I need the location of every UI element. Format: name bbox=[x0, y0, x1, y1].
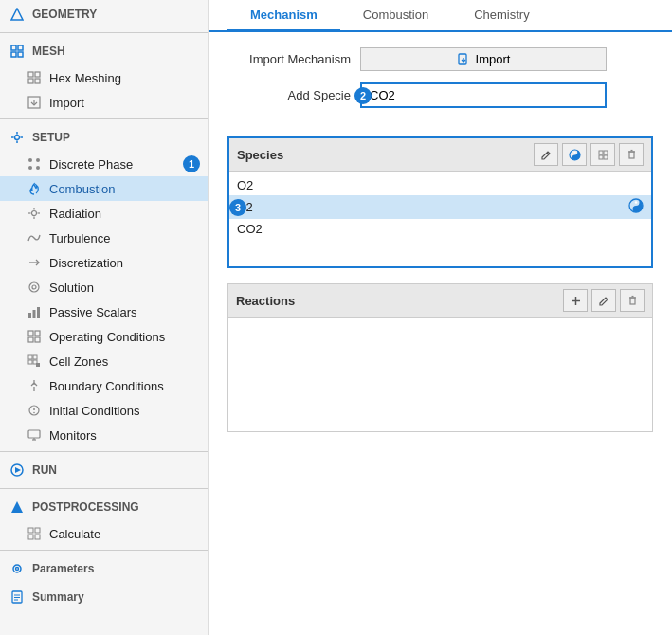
svg-rect-56 bbox=[35, 535, 40, 539]
divider-5 bbox=[0, 550, 208, 551]
sidebar-section-postprocessing[interactable]: POSTPROCESSING bbox=[0, 493, 208, 521]
sidebar-section-summary[interactable]: Summary bbox=[0, 583, 208, 611]
radiation-icon bbox=[27, 206, 42, 221]
reactions-edit-button[interactable] bbox=[591, 289, 616, 312]
sidebar-item-boundary-conditions[interactable]: Boundary Conditions bbox=[0, 373, 208, 398]
add-specie-input[interactable] bbox=[360, 82, 607, 108]
hex-meshing-icon bbox=[27, 70, 42, 85]
sidebar-item-turbulence[interactable]: Turbulence bbox=[0, 226, 208, 250]
svg-marker-52 bbox=[11, 501, 23, 513]
sidebar-item-discretization[interactable]: Discretization bbox=[0, 250, 208, 275]
svg-rect-35 bbox=[28, 355, 32, 359]
sidebar-item-solution[interactable]: Solution bbox=[0, 275, 208, 299]
sidebar-item-boundary-conditions-label: Boundary Conditions bbox=[49, 379, 164, 393]
species-yinyang-button[interactable] bbox=[562, 143, 587, 166]
svg-rect-37 bbox=[28, 360, 32, 364]
sidebar-item-import[interactable]: Import bbox=[0, 90, 208, 115]
tab-chemistry[interactable]: Chemistry bbox=[451, 0, 553, 32]
sidebar-section-parameters[interactable]: Parameters bbox=[0, 554, 208, 583]
import-icon bbox=[27, 95, 42, 110]
svg-rect-30 bbox=[37, 307, 40, 318]
svg-point-77 bbox=[635, 201, 637, 203]
passive-scalars-icon bbox=[27, 304, 42, 319]
svg-point-11 bbox=[15, 136, 20, 140]
sidebar-section-parameters-label: Parameters bbox=[32, 562, 94, 575]
sidebar-item-discretization-label: Discretization bbox=[49, 256, 123, 270]
svg-point-68 bbox=[573, 156, 575, 158]
sidebar-section-setup[interactable]: SETUP bbox=[0, 123, 208, 152]
divider-1 bbox=[0, 32, 208, 33]
solution-icon bbox=[27, 280, 42, 295]
tab-combustion[interactable]: Combustion bbox=[340, 0, 451, 32]
svg-rect-33 bbox=[28, 337, 33, 342]
import-mechanism-button[interactable]: Import bbox=[360, 47, 607, 71]
sidebar-item-initial-conditions-label: Initial Conditions bbox=[49, 404, 139, 418]
species-item-co2[interactable]: CO2 bbox=[229, 219, 651, 239]
sidebar-section-mesh-label: MESH bbox=[32, 45, 65, 58]
species-puzzle-button[interactable] bbox=[590, 143, 615, 166]
divider-4 bbox=[0, 488, 208, 489]
sidebar-item-passive-scalars[interactable]: Passive Scalars bbox=[0, 299, 208, 324]
species-item-n2[interactable]: N2 bbox=[229, 195, 651, 219]
sidebar-item-hex-meshing[interactable]: Hex Meshing bbox=[0, 65, 208, 90]
svg-rect-39 bbox=[36, 363, 40, 367]
calculate-icon bbox=[27, 526, 42, 541]
svg-point-16 bbox=[28, 158, 32, 162]
sidebar-section-setup-label: SETUP bbox=[32, 131, 70, 144]
species-panel-title: Species bbox=[237, 148, 283, 162]
divider-3 bbox=[0, 451, 208, 452]
svg-rect-28 bbox=[28, 313, 31, 318]
svg-rect-53 bbox=[28, 528, 33, 533]
add-specie-label: Add Specie bbox=[227, 88, 351, 102]
tab-mechanism[interactable]: Mechanism bbox=[227, 0, 340, 32]
sidebar-item-discrete-phase[interactable]: Discrete Phase 1 bbox=[0, 152, 208, 176]
sidebar-section-mesh[interactable]: MESH bbox=[0, 37, 208, 65]
svg-rect-29 bbox=[33, 310, 36, 318]
run-icon bbox=[9, 463, 25, 478]
sidebar-item-solution-label: Solution bbox=[49, 281, 94, 295]
species-delete-button[interactable] bbox=[619, 143, 644, 166]
svg-rect-31 bbox=[28, 331, 33, 336]
turbulence-icon bbox=[27, 230, 42, 245]
svg-rect-8 bbox=[35, 79, 40, 83]
reactions-delete-button[interactable] bbox=[620, 289, 645, 312]
species-panel: Species O bbox=[227, 136, 653, 268]
svg-rect-54 bbox=[35, 528, 40, 533]
svg-point-18 bbox=[28, 166, 32, 170]
sidebar-item-monitors-label: Monitors bbox=[49, 428, 97, 443]
svg-point-46 bbox=[33, 412, 35, 414]
svg-marker-0 bbox=[11, 9, 23, 20]
reactions-panel-actions bbox=[563, 289, 645, 312]
svg-point-58 bbox=[16, 568, 19, 571]
sidebar-item-radiation[interactable]: Radiation bbox=[0, 201, 208, 226]
svg-rect-72 bbox=[604, 155, 608, 159]
svg-point-19 bbox=[36, 166, 40, 170]
initial-conditions-icon bbox=[27, 403, 42, 418]
species-item-o2[interactable]: O2 bbox=[229, 175, 651, 195]
sidebar-item-calculate[interactable]: Calculate bbox=[0, 521, 208, 546]
species-panel-actions bbox=[534, 143, 644, 166]
sidebar-item-monitors[interactable]: Monitors bbox=[0, 423, 208, 447]
sidebar-section-run-label: RUN bbox=[32, 463, 57, 477]
parameters-icon bbox=[9, 561, 25, 576]
import-mechanism-row: Import Mechanism Import bbox=[227, 47, 653, 71]
puzzle-icon bbox=[597, 149, 609, 161]
sidebar-item-operating-conditions[interactable]: Operating Conditions bbox=[0, 324, 208, 349]
svg-rect-81 bbox=[630, 298, 635, 304]
reactions-add-button[interactable] bbox=[563, 289, 588, 312]
species-item-co2-label: CO2 bbox=[237, 222, 263, 236]
species-panel-container: 3 Species bbox=[209, 131, 672, 283]
sidebar-item-combustion[interactable]: Combustion bbox=[0, 176, 208, 201]
sidebar-item-cell-zones[interactable]: Cell Zones bbox=[0, 349, 208, 373]
svg-point-67 bbox=[573, 151, 575, 153]
sidebar-section-geometry[interactable]: GEOMETRY bbox=[0, 0, 208, 28]
sidebar-item-initial-conditions[interactable]: Initial Conditions bbox=[0, 398, 208, 423]
species-edit-button[interactable] bbox=[534, 143, 558, 166]
svg-point-20 bbox=[32, 211, 37, 216]
sidebar-section-run[interactable]: RUN bbox=[0, 456, 208, 484]
yinyang-icon bbox=[569, 149, 581, 161]
sidebar-item-combustion-label: Combustion bbox=[49, 182, 115, 196]
species-item-o2-label: O2 bbox=[237, 178, 253, 192]
setup-icon bbox=[9, 130, 25, 145]
svg-rect-2 bbox=[18, 45, 23, 50]
